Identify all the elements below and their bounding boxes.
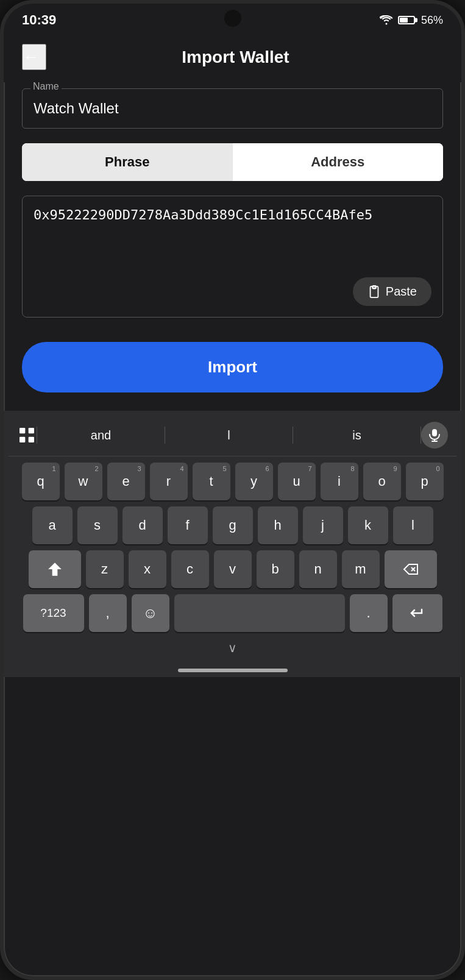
grid-icon: [17, 425, 37, 445]
shift-button[interactable]: [29, 550, 81, 588]
suggestion-and[interactable]: and: [37, 428, 165, 442]
key-t[interactable]: 5 t: [193, 463, 230, 500]
keyboard: and l is 1 q: [4, 411, 461, 677]
home-bar: [178, 669, 288, 672]
key-u[interactable]: 7 u: [278, 463, 316, 500]
key-a[interactable]: a: [32, 506, 73, 544]
key-row-2: a s d f g h j k l: [9, 506, 456, 544]
key-c[interactable]: c: [171, 550, 209, 588]
tab-switcher: Phrase Address: [22, 143, 443, 181]
svg-rect-4: [20, 437, 25, 442]
key-w[interactable]: 2 w: [65, 463, 102, 500]
key-m[interactable]: m: [342, 550, 380, 588]
svg-rect-6: [432, 429, 437, 436]
address-input-wrapper: 0x95222290DD7278Aa3Ddd389Cc1E1d165CC4BAf…: [22, 196, 443, 318]
period-button[interactable]: .: [350, 594, 388, 632]
collapse-button[interactable]: ∨: [9, 637, 456, 661]
spacebar[interactable]: [174, 594, 345, 632]
comma-label: ,: [105, 605, 109, 621]
enter-button[interactable]: [392, 594, 442, 632]
enter-icon: [410, 606, 425, 620]
key-y[interactable]: 6 y: [235, 463, 273, 500]
mic-icon: [429, 428, 440, 442]
tab-phrase[interactable]: Phrase: [22, 143, 233, 181]
suggestion-is[interactable]: is: [293, 428, 421, 442]
name-label: Name: [30, 81, 62, 92]
battery-percentage: 56%: [421, 14, 443, 27]
key-e[interactable]: 3 e: [107, 463, 145, 500]
key-h[interactable]: h: [258, 506, 298, 544]
key-j[interactable]: j: [303, 506, 343, 544]
key-i[interactable]: 8 i: [321, 463, 358, 500]
key-s[interactable]: s: [77, 506, 118, 544]
symbols-label: ?123: [40, 606, 66, 620]
suggestion-l[interactable]: l: [165, 428, 293, 442]
tab-address[interactable]: Address: [233, 143, 444, 181]
symbols-button[interactable]: ?123: [23, 594, 84, 632]
camera-notch: [224, 10, 241, 27]
key-row-1: 1 q 2 w 3 e 4 r 5 t: [9, 463, 456, 500]
paste-label: Paste: [386, 285, 417, 299]
keyboard-bottom-row: ?123 , ☺ .: [9, 594, 456, 632]
emoji-icon: ☺: [143, 605, 158, 622]
status-time: 10:39: [22, 12, 56, 28]
backspace-button[interactable]: [385, 550, 437, 588]
keyboard-suggestions: and l is: [9, 417, 456, 456]
page-title: Import Wallet: [46, 48, 425, 67]
emoji-button[interactable]: ☺: [132, 594, 169, 632]
name-field-wrapper: Name: [22, 88, 443, 129]
key-k[interactable]: k: [348, 506, 388, 544]
svg-rect-5: [29, 437, 34, 442]
collapse-icon: ∨: [228, 641, 237, 655]
back-button[interactable]: ←: [22, 44, 46, 70]
key-b[interactable]: b: [257, 550, 294, 588]
clipboard-icon: [367, 285, 381, 299]
form-section: Name Phrase Address 0x95222290DD7278Aa3D…: [4, 82, 461, 411]
paste-button[interactable]: Paste: [353, 277, 431, 306]
period-label: .: [366, 605, 370, 621]
keyboard-grid-btn[interactable]: [17, 425, 37, 445]
key-p[interactable]: 0 p: [406, 463, 444, 500]
key-z[interactable]: z: [86, 550, 124, 588]
name-input[interactable]: [22, 88, 443, 129]
svg-rect-3: [29, 428, 34, 433]
key-q[interactable]: 1 q: [22, 463, 60, 500]
address-textarea[interactable]: 0x95222290DD7278Aa3Ddd389Cc1E1d165CC4BAf…: [34, 207, 431, 268]
key-d[interactable]: d: [122, 506, 163, 544]
key-row-1-wrapper: 1 q 2 w 3 e 4 r 5 t: [9, 463, 456, 500]
key-row-3: z x c v b n m: [9, 550, 456, 588]
import-button[interactable]: Import: [22, 342, 443, 392]
key-x[interactable]: x: [129, 550, 166, 588]
mic-button[interactable]: [421, 422, 448, 449]
wifi-icon: [380, 15, 393, 25]
key-o[interactable]: 9 o: [363, 463, 401, 500]
home-indicator: [9, 661, 456, 677]
key-r[interactable]: 4 r: [150, 463, 188, 500]
key-f[interactable]: f: [168, 506, 208, 544]
status-icons: 56%: [380, 14, 443, 27]
comma-button[interactable]: ,: [89, 594, 127, 632]
battery-icon: [398, 16, 415, 24]
shift-icon: [47, 561, 63, 577]
key-g[interactable]: g: [213, 506, 253, 544]
svg-rect-2: [20, 428, 25, 433]
app-header: ← Import Wallet: [4, 32, 461, 82]
backspace-icon: [403, 563, 419, 575]
key-l[interactable]: l: [393, 506, 433, 544]
phone-frame: 10:39 56% ← Import Wallet Name Phrase Ad…: [0, 0, 465, 980]
key-v[interactable]: v: [214, 550, 252, 588]
key-n[interactable]: n: [299, 550, 337, 588]
